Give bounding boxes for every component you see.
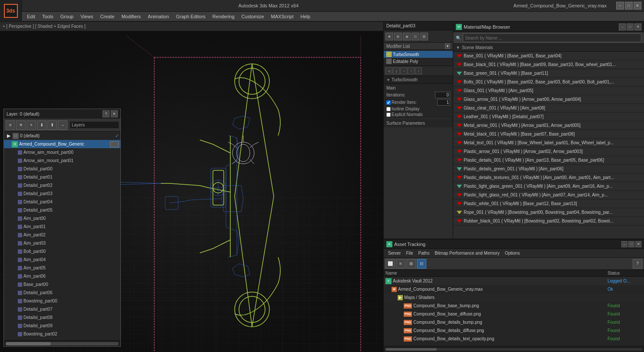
iterations-input[interactable] — [435, 92, 450, 98]
menu-modifiers[interactable]: Modifiers — [118, 13, 144, 20]
layer-row-5[interactable]: Detailsl_part03 — [4, 189, 120, 198]
isoline-checkbox[interactable] — [386, 107, 391, 111]
layer-row-4[interactable]: Detailsl_part02 — [4, 181, 120, 189]
layers-move-down-btn[interactable]: ⬇ — [37, 120, 46, 130]
mat-row-11[interactable]: Plastic_arrow_001 ( VRayMtl ) [Arrow_par… — [453, 147, 644, 156]
mat-row-5[interactable]: Glass_arrow_001 ( VRayMtl ) [Arrow_part0… — [453, 95, 644, 104]
mat-row-10[interactable]: Metal_text_001 ( VRayMtl ) [Bow_Wheel_la… — [453, 139, 644, 147]
layers-add-btn[interactable]: + — [27, 120, 36, 130]
mod-tool-5[interactable]: ⊞ — [420, 33, 428, 40]
mat-row-0[interactable]: Base_001 ( VRayMtl ) [Base_part01, Base_… — [453, 52, 644, 60]
layers-select-btn[interactable]: → — [58, 120, 67, 130]
menu-edit[interactable]: Edit — [23, 13, 39, 20]
asset-row-vault[interactable]: V Autodesk Vault 2012 Logged O... — [384, 277, 644, 285]
modifier-item-turbosmouth[interactable]: ✓ TurboSmooth — [384, 51, 453, 58]
mat-row-4[interactable]: Glass_001 ( VRayMtl ) [Aim_part05] — [453, 86, 644, 95]
mod-tool-10[interactable]: ↓ — [415, 67, 422, 74]
layer-row-10[interactable]: Aim_part02 — [4, 231, 120, 239]
asset-row-bitmap-3[interactable]: PNG Compound_Bow_details_diffuse.png Fou… — [384, 326, 644, 335]
maximize-btn[interactable]: □ — [625, 2, 633, 10]
mat-row-16[interactable]: Plastic_light_glass_red_001 ( VRayMtl ) … — [453, 191, 644, 199]
layer-row-15[interactable]: Aim_part06 — [4, 272, 120, 280]
asset-row-maps[interactable]: ▶ Maps / Shaders — [384, 293, 644, 302]
mod-tool-2[interactable]: ⊕ — [394, 33, 402, 40]
asset-list[interactable]: V Autodesk Vault 2012 Logged O... M Arme… — [384, 277, 644, 346]
asset-hscrollbar-thumb[interactable] — [385, 348, 437, 351]
mat-row-13[interactable]: Plastic_details_green_001 ( VRayMtl ) [A… — [453, 165, 644, 173]
layer-row-14[interactable]: Aim_part05 — [4, 264, 120, 272]
asset-hscrollbar-track[interactable] — [385, 348, 642, 351]
asset-row-maxfile[interactable]: M Armed_Compound_Bow_Generic_vray.max Ok — [384, 285, 644, 293]
material-search-input[interactable] — [463, 33, 641, 42]
layer-row-8[interactable]: Aim_part00 — [4, 214, 120, 222]
mod-tool-6[interactable]: ◁ — [385, 67, 392, 74]
minimize-btn[interactable]: – — [616, 2, 624, 10]
layer-row-0[interactable]: Arrow_aim_mount_part00 — [4, 148, 120, 156]
menu-create[interactable]: Create — [96, 13, 118, 20]
material-list[interactable]: Base_001 ( VRayMtl ) [Base_part01, Base_… — [453, 52, 644, 239]
layer-row-20[interactable]: Detailsl_part08 — [4, 313, 120, 322]
mat-row-2[interactable]: Base_green_001 ( VRayMtl ) [Base_part11] — [453, 69, 644, 78]
asset-menu-file[interactable]: File — [403, 250, 415, 256]
mod-tool-8[interactable]: → — [400, 67, 407, 74]
asset-menu-bitmap[interactable]: Bitmap Performance and Memory — [432, 250, 502, 256]
layers-close-btn[interactable]: ✕ — [111, 110, 118, 117]
render-iters-input[interactable] — [437, 99, 450, 106]
menu-graph-editors[interactable]: Graph Editors — [173, 13, 209, 20]
layer-row-12[interactable]: Bolt_part00 — [4, 247, 120, 256]
layers-menu-btn[interactable]: ≡ — [6, 120, 15, 130]
mat-row-3[interactable]: Bolts_001 ( VRayMtl ) [Base_part02, Base… — [453, 78, 644, 86]
asset-row-bitmap-4[interactable]: PNG Compound_Bow_details_text_opacity.pn… — [384, 335, 644, 343]
menu-help[interactable]: Help — [297, 13, 314, 20]
menu-animation[interactable]: Animation — [144, 13, 173, 20]
menu-group[interactable]: Group — [57, 13, 77, 20]
material-browser-maximize[interactable]: □ — [627, 23, 634, 30]
mat-row-1[interactable]: Base_black_001 ( VRayMtl ) [Base_part09,… — [453, 60, 644, 69]
menu-views[interactable]: Views — [77, 13, 96, 20]
asset-minimize-btn[interactable]: – — [621, 241, 627, 247]
mat-row-9[interactable]: Metal_black_001 ( VRayMtl ) [Base_part07… — [453, 130, 644, 139]
mat-row-7[interactable]: Leather_001 ( VRayMtl ) [Detailsl_part07… — [453, 113, 644, 121]
menu-customize[interactable]: Customize — [238, 13, 268, 20]
modifier-item-editable-poly[interactable]: □ Editable Poly — [384, 58, 453, 65]
mod-tool-1[interactable]: ★ — [385, 33, 393, 40]
layer-row-3[interactable]: Detailsl_part01 — [4, 173, 120, 181]
mat-row-6[interactable]: Glass_clear_001 ( VRayMtl ) [Aim_part08] — [453, 104, 644, 113]
asset-tool-4[interactable]: ⊟ — [417, 259, 426, 269]
asset-tool-1[interactable]: ⬜ — [385, 259, 395, 269]
material-browser-minimize[interactable]: – — [619, 23, 626, 30]
mat-row-14[interactable]: Plastic_details_textures_001 ( VRayMtl )… — [453, 173, 644, 182]
asset-close-btn[interactable]: ✕ — [635, 241, 641, 247]
layer-armed-vis[interactable] — [110, 141, 119, 147]
mat-row-19[interactable]: Rubber_black_001 ( VRayMtl ) [Bowstring_… — [453, 217, 644, 226]
mod-tool-4[interactable]: ⊙ — [412, 33, 419, 40]
asset-help-btn[interactable]: ? — [633, 259, 642, 269]
layers-list[interactable]: ▶ □ 0 (default) ✓ ⊞ Armed_Compound_Bow_G… — [4, 132, 120, 340]
layers-scrollbar-track[interactable] — [6, 342, 119, 345]
layer-row-16[interactable]: Base_part00 — [4, 280, 120, 289]
asset-tool-2[interactable]: ≡ — [396, 259, 405, 269]
layer-row-18[interactable]: Bowstring_part00 — [4, 297, 120, 305]
mod-tool-7[interactable]: | — [393, 67, 400, 74]
modifier-dropdown-btn[interactable]: ▼ — [445, 43, 450, 49]
layers-scrollbar-thumb[interactable] — [6, 342, 51, 345]
layer-row-7[interactable]: Detailsl_part05 — [4, 206, 120, 214]
layers-help-btn[interactable]: ? — [103, 110, 110, 117]
layer-row-19[interactable]: Detailsl_part07 — [4, 305, 120, 313]
mat-row-17[interactable]: Plastic_white_001 ( VRayMtl ) [Base_part… — [453, 199, 644, 208]
asset-menu-server[interactable]: Server — [385, 250, 403, 256]
layer-row-22[interactable]: Bowstring_part02 — [4, 330, 120, 338]
layer-row-17[interactable]: Detailsl_part06 — [4, 289, 120, 297]
asset-row-bitmap-0[interactable]: PNG Compound_Bow_base_bump.png Found — [384, 302, 644, 310]
render-iters-checkbox[interactable] — [386, 100, 391, 105]
layer-row-6[interactable]: Detailsl_part04 — [4, 198, 120, 206]
mat-row-15[interactable]: Plastic_light_glass_green_001 ( VRayMtl … — [453, 182, 644, 191]
asset-maximize-btn[interactable]: □ — [628, 241, 634, 247]
asset-menu-options[interactable]: Options — [502, 250, 522, 256]
close-btn[interactable]: ✕ — [634, 2, 641, 10]
layer-row-1[interactable]: Arrow_aim_mount_part01 — [4, 156, 120, 165]
material-browser-close[interactable]: ✕ — [634, 23, 641, 30]
asset-menu-paths[interactable]: Paths — [416, 250, 432, 256]
explicit-normals-checkbox[interactable] — [386, 113, 391, 117]
layer-row-13[interactable]: Aim_part04 — [4, 256, 120, 264]
